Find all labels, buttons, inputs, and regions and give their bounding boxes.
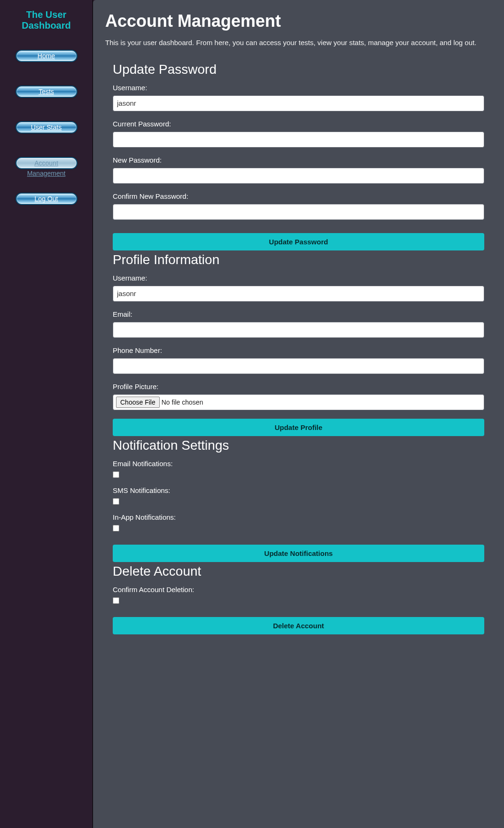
- update-password-button[interactable]: Update Password: [113, 233, 484, 250]
- sidebar-item-tests[interactable]: Tests: [16, 86, 78, 98]
- sidebar-item-home[interactable]: Home: [16, 50, 78, 62]
- phone-label: Phone Number:: [113, 346, 484, 354]
- update-notifications-button[interactable]: Update Notifications: [113, 545, 484, 562]
- phone-input[interactable]: [113, 358, 484, 374]
- sms-notifications-checkbox[interactable]: [113, 498, 119, 505]
- main-content: Account Management This is your user das…: [93, 0, 504, 828]
- email-notifications-label: Email Notifications:: [113, 460, 484, 468]
- inapp-notifications-checkbox[interactable]: [113, 525, 119, 531]
- confirm-deletion-checkbox[interactable]: [113, 597, 119, 604]
- profile-picture-label: Profile Picture:: [113, 383, 484, 391]
- page-title: Account Management: [105, 11, 492, 31]
- sidebar-item-user-stats[interactable]: User Stats: [16, 121, 78, 133]
- sidebar-item-account-management[interactable]: Account Management: [16, 157, 78, 169]
- section-update-password: Update Password Username: Current Passwo…: [105, 62, 492, 250]
- username-label: Username:: [113, 84, 484, 92]
- current-password-label: Current Password:: [113, 120, 484, 128]
- email-notifications-checkbox[interactable]: [113, 471, 119, 478]
- sidebar-item-log-out[interactable]: Log Out: [16, 193, 78, 205]
- notification-settings-heading: Notification Settings: [113, 438, 484, 453]
- section-notification-settings: Notification Settings Email Notification…: [105, 438, 492, 562]
- sidebar-title: The User Dashboard: [2, 9, 91, 31]
- inapp-notifications-label: In-App Notifications:: [113, 513, 484, 521]
- new-password-input[interactable]: [113, 168, 484, 184]
- section-profile-info: Profile Information Username: Email: Pho…: [105, 252, 492, 436]
- update-profile-button[interactable]: Update Profile: [113, 419, 484, 436]
- delete-account-button[interactable]: Delete Account: [113, 617, 484, 634]
- new-password-label: New Password:: [113, 156, 484, 164]
- confirm-password-input[interactable]: [113, 204, 484, 220]
- page-description: This is your user dashboard. From here, …: [105, 38, 492, 48]
- sidebar-nav: Home Tests User Stats Account Management…: [2, 50, 91, 205]
- current-password-input[interactable]: [113, 132, 484, 148]
- email-label: Email:: [113, 310, 484, 318]
- email-input[interactable]: [113, 322, 484, 338]
- update-password-heading: Update Password: [113, 62, 484, 77]
- sidebar: The User Dashboard Home Tests User Stats…: [0, 0, 93, 828]
- profile-username-input[interactable]: [113, 286, 484, 302]
- no-file-chosen-text: No file chosen: [162, 398, 203, 406]
- section-delete-account: Delete Account Confirm Account Deletion:…: [105, 564, 492, 634]
- sms-notifications-label: SMS Notifications:: [113, 486, 484, 494]
- confirm-password-label: Confirm New Password:: [113, 192, 484, 200]
- confirm-deletion-label: Confirm Account Deletion:: [113, 586, 484, 594]
- profile-username-label: Username:: [113, 274, 484, 282]
- profile-info-heading: Profile Information: [113, 252, 484, 267]
- profile-picture-file-row[interactable]: Choose File No file chosen: [113, 394, 484, 410]
- username-input[interactable]: [113, 95, 484, 111]
- choose-file-button[interactable]: Choose File: [116, 397, 160, 408]
- delete-account-heading: Delete Account: [113, 564, 484, 579]
